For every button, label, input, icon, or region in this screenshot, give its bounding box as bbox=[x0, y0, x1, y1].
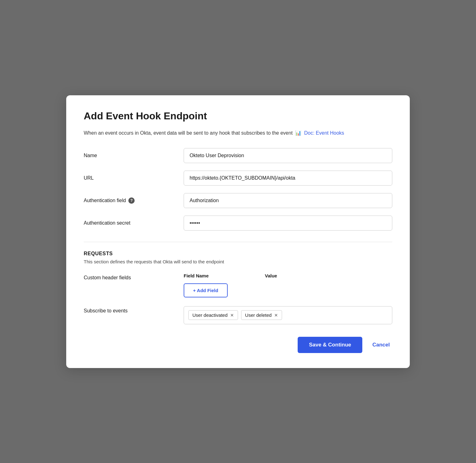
subscribe-events-label: Subscribe to events bbox=[84, 306, 184, 314]
doc-icon: 📊 bbox=[295, 130, 301, 136]
name-label: Name bbox=[84, 153, 184, 158]
custom-header-label: Custom header fields bbox=[84, 273, 184, 281]
event-tag-close-user-deactivated[interactable]: ✕ bbox=[230, 313, 234, 317]
auth-secret-input[interactable] bbox=[184, 216, 392, 231]
modal-description: When an event occurs in Okta, event data… bbox=[84, 129, 392, 137]
name-input[interactable] bbox=[184, 148, 392, 163]
event-tag-label: User deactivated bbox=[192, 312, 228, 318]
cancel-button[interactable]: Cancel bbox=[370, 337, 392, 353]
modal-dialog: Add Event Hook Endpoint When an event oc… bbox=[66, 95, 410, 368]
url-input[interactable] bbox=[184, 171, 392, 186]
save-continue-button[interactable]: Save & Continue bbox=[298, 337, 362, 353]
events-input-box[interactable]: User deactivated ✕ User deleted ✕ bbox=[184, 306, 392, 324]
modal-overlay: Add Event Hook Endpoint When an event oc… bbox=[0, 0, 476, 463]
requests-title: REQUESTS bbox=[84, 251, 392, 256]
doc-link[interactable]: Doc: Event Hooks bbox=[304, 130, 344, 136]
auth-secret-label: Authentication secret bbox=[84, 220, 184, 226]
custom-header-content: Field Name Value + Add Field bbox=[184, 273, 392, 297]
auth-secret-row: Authentication secret bbox=[84, 216, 392, 231]
url-label: URL bbox=[84, 175, 184, 181]
name-row: Name bbox=[84, 148, 392, 163]
event-tag-close-user-deleted[interactable]: ✕ bbox=[274, 313, 278, 317]
subscribe-events-row: Subscribe to events User deactivated ✕ U… bbox=[84, 306, 392, 324]
requests-description: This section defines the requests that O… bbox=[84, 259, 392, 264]
event-tag-user-deleted: User deleted ✕ bbox=[241, 310, 282, 320]
custom-header-row: Custom header fields Field Name Value + … bbox=[84, 273, 392, 297]
auth-field-input[interactable] bbox=[184, 193, 392, 208]
modal-title: Add Event Hook Endpoint bbox=[84, 110, 392, 122]
footer-actions: Save & Continue Cancel bbox=[84, 337, 392, 353]
auth-field-label: Authentication field ? bbox=[84, 197, 184, 204]
description-text: When an event occurs in Okta, event data… bbox=[84, 130, 293, 136]
col-value-header: Value bbox=[265, 273, 277, 278]
url-row: URL bbox=[84, 171, 392, 186]
section-divider bbox=[84, 242, 392, 242]
event-tag-user-deactivated: User deactivated ✕ bbox=[188, 310, 238, 320]
table-headers: Field Name Value bbox=[184, 273, 392, 278]
auth-field-row: Authentication field ? bbox=[84, 193, 392, 208]
add-field-button[interactable]: + Add Field bbox=[184, 283, 228, 297]
requests-section: REQUESTS This section defines the reques… bbox=[84, 251, 392, 324]
event-tag-label: User deleted bbox=[245, 312, 272, 318]
col-field-name-header: Field Name bbox=[184, 273, 265, 278]
help-icon[interactable]: ? bbox=[128, 197, 135, 204]
